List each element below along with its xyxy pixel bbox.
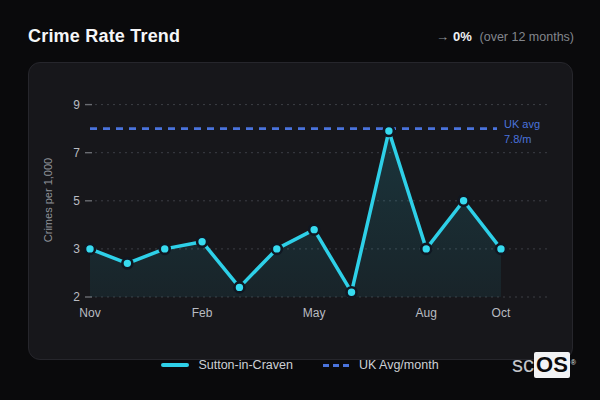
y-axis-title: Crimes per 1,000 bbox=[42, 158, 54, 242]
y-tick-label: 3 bbox=[73, 242, 80, 256]
data-point[interactable] bbox=[85, 244, 95, 254]
scos-logo: scOS® bbox=[512, 352, 575, 378]
uk-avg-annotation-value: 7.8/m bbox=[504, 133, 532, 145]
legend-item-sutton[interactable]: Sutton-in-Craven bbox=[161, 358, 293, 372]
y-tick-label: 2 bbox=[73, 290, 80, 304]
data-point[interactable] bbox=[384, 126, 394, 136]
data-point[interactable] bbox=[309, 225, 319, 235]
x-tick-label: Oct bbox=[492, 306, 511, 320]
registered-mark-icon: ® bbox=[571, 359, 576, 366]
data-point[interactable] bbox=[496, 244, 506, 254]
uk-avg-annotation: UK avg bbox=[504, 118, 540, 130]
x-tick-label: Nov bbox=[79, 306, 100, 320]
data-point[interactable] bbox=[197, 237, 207, 247]
crime-trend-chart: 97532NovFebMayAugOctCrimes per 1,000UK a… bbox=[0, 0, 600, 400]
dashed-line-swatch-icon bbox=[323, 364, 350, 367]
data-point[interactable] bbox=[272, 244, 282, 254]
chart-legend: Sutton-in-Craven UK Avg/month bbox=[0, 354, 600, 376]
solid-line-swatch-icon bbox=[161, 363, 189, 367]
legend-label: Sutton-in-Craven bbox=[198, 358, 293, 372]
data-point[interactable] bbox=[234, 282, 244, 292]
data-point[interactable] bbox=[160, 244, 170, 254]
legend-item-uk-avg[interactable]: UK Avg/month bbox=[323, 358, 439, 372]
x-tick-label: May bbox=[303, 306, 326, 320]
x-tick-label: Aug bbox=[416, 306, 437, 320]
y-tick-label: 9 bbox=[73, 98, 80, 112]
y-tick-label: 5 bbox=[73, 194, 80, 208]
x-tick-label: Feb bbox=[192, 306, 213, 320]
data-point[interactable] bbox=[122, 258, 132, 268]
data-point[interactable] bbox=[421, 244, 431, 254]
data-point[interactable] bbox=[347, 287, 357, 297]
y-tick-label: 7 bbox=[73, 146, 80, 160]
logo-prefix: sc bbox=[512, 352, 534, 377]
data-point[interactable] bbox=[459, 196, 469, 206]
legend-label: UK Avg/month bbox=[359, 358, 439, 372]
logo-badge: OS bbox=[534, 352, 570, 378]
series-area-fill bbox=[90, 131, 501, 297]
